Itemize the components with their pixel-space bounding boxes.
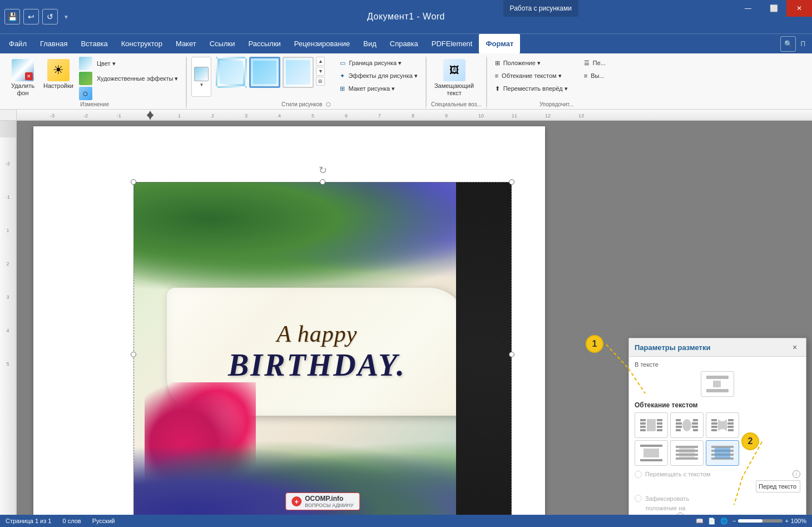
move-with-text-radio[interactable] — [635, 471, 642, 478]
styles-down-arrow[interactable]: ▼ — [316, 67, 325, 76]
menu-pdf[interactable]: PDFElement — [425, 34, 479, 53]
svg-text:6: 6 — [345, 113, 348, 119]
ruler-container: -3 -2 -1 1 2 3 4 5 6 7 8 9 10 11 12 13 — [0, 110, 812, 121]
wrap-through-icon — [710, 416, 735, 435]
menu-mailings[interactable]: Рассылки — [241, 34, 287, 53]
fix-info-icon[interactable]: i — [676, 513, 684, 515]
handle-ml[interactable] — [131, 352, 136, 357]
settings-icon: ☀ — [47, 59, 70, 81]
menu-format[interactable]: Формат — [479, 34, 520, 53]
wrap-before-text[interactable] — [706, 440, 739, 466]
quick-access-expand[interactable]: ▼ — [63, 14, 69, 20]
wrap-behind[interactable] — [670, 440, 704, 466]
menu-design[interactable]: Конструктор — [115, 34, 169, 53]
callout-badge-2: 2 — [741, 432, 759, 450]
menu-layout[interactable]: Макет — [169, 34, 203, 53]
align-button[interactable]: ≡ Вы... — [581, 70, 609, 82]
remove-bg-icon: ✕ — [12, 59, 34, 81]
minimize-button[interactable]: — — [735, 0, 761, 17]
pic-layout-button[interactable]: ⊞ Макет рисунка ▾ — [336, 82, 420, 95]
position-button[interactable]: ⊞ Положение ▾ — [492, 57, 571, 69]
callout-1-label: 1 — [592, 339, 597, 349]
svg-rect-51 — [711, 422, 717, 425]
ps-thumb-2[interactable] — [249, 57, 280, 88]
work-with-images-tab[interactable]: Работа с рисунками — [503, 0, 578, 17]
move-forward-button[interactable]: ⬆ Переместить вперёд ▾ — [492, 82, 571, 95]
wrap-square[interactable] — [635, 412, 668, 438]
panel-title: Параметры разметки — [635, 343, 710, 352]
image-container[interactable]: A happy BIRTHDAY. — [133, 182, 512, 515]
menu-help[interactable]: Справка — [383, 34, 425, 53]
wrap-options-grid — [635, 412, 800, 466]
window-controls: — ⬜ ✕ — [735, 0, 812, 17]
birthday-text: BIRTHDAY. — [228, 347, 406, 383]
pic-layout-label: Макет рисунка ▾ — [348, 85, 395, 92]
in-text-option[interactable] — [701, 371, 734, 397]
settings-button[interactable]: ☀ Настройки — [40, 57, 77, 92]
web-layout-button[interactable]: 🌐 — [720, 518, 728, 525]
redo-button[interactable]: ↺ — [42, 9, 58, 24]
wrap-topbottom[interactable] — [635, 440, 668, 466]
ps-inner-3 — [286, 60, 310, 85]
panel-button[interactable]: ☰ Пе... — [581, 57, 609, 69]
menu-review[interactable]: Рецензирование — [288, 34, 357, 53]
handle-tm[interactable] — [320, 179, 325, 185]
border-button[interactable]: ▭ Граница рисунка ▾ — [336, 57, 420, 69]
maximize-button[interactable]: ⬜ — [761, 0, 786, 17]
zoom-fill — [738, 519, 763, 523]
svg-rect-42 — [676, 419, 681, 421]
zoom-slider[interactable] — [738, 519, 783, 523]
rotate-handle[interactable]: ↻ — [319, 164, 327, 176]
styles-expand-arrow: ▼ — [199, 82, 204, 87]
pic-effects-button[interactable]: ✦ Эффекты для рисунка ▾ — [336, 70, 420, 82]
menu-view[interactable]: Вид — [357, 34, 383, 53]
svg-point-41 — [682, 419, 691, 431]
zoom-control: − + 100% — [732, 518, 806, 524]
menu-file[interactable]: Файл — [2, 34, 33, 53]
move-info-icon[interactable]: i — [793, 470, 800, 478]
before-text-input[interactable] — [756, 480, 800, 492]
alt-text-button[interactable]: 🖼 Замещающийтекст — [431, 57, 477, 99]
watermark-sub: ВОПРОСЫ АДМИНУ — [305, 503, 354, 508]
svg-rect-65 — [676, 457, 698, 460]
handle-mr[interactable] — [509, 352, 514, 357]
ps-thumb-1[interactable] — [216, 57, 247, 88]
menu-insert[interactable]: Вставка — [74, 34, 114, 53]
content-row: -2 -1 1 2 3 4 5 — [0, 121, 812, 515]
svg-rect-70 — [715, 447, 730, 459]
handle-tr[interactable] — [509, 179, 514, 185]
change-small-row3: ⬡ — [79, 87, 182, 100]
undo-button[interactable]: ↩ — [23, 9, 39, 24]
wrap-through[interactable] — [706, 412, 739, 438]
remove-bg-button[interactable]: ✕ Удалитьфон — [8, 57, 38, 99]
wrap-text-button[interactable]: ≡ Обтекание текстом ▾ — [492, 70, 571, 82]
in-text-icon — [705, 375, 730, 393]
menu-references[interactable]: Ссылки — [203, 34, 242, 53]
ps-thumb-3[interactable] — [283, 57, 314, 88]
fix-position-radio[interactable] — [635, 495, 642, 502]
color-button[interactable]: Цвет ▾ — [93, 57, 119, 70]
save-button[interactable]: 💾 — [4, 9, 20, 24]
menu-home[interactable]: Главная — [33, 34, 74, 53]
search-button[interactable]: 🔍 — [780, 36, 796, 52]
styles-expand-icon[interactable]: ⬡ — [326, 101, 331, 107]
wrap-label: Обтекание текстом ▾ — [502, 72, 562, 80]
styles-expand-button[interactable]: ▼ — [191, 57, 211, 97]
styles-up-arrow[interactable]: ▲ — [316, 57, 325, 66]
panel-body: В тексте Обтекание текстом — [629, 357, 806, 515]
svg-text:7: 7 — [378, 113, 381, 119]
close-button[interactable]: ✕ — [786, 0, 812, 17]
artistic-effects-button[interactable]: Художественные эффекты ▾ — [93, 72, 182, 85]
svg-rect-53 — [711, 429, 717, 431]
read-mode-button[interactable]: 📖 — [696, 518, 704, 525]
compress-button[interactable] — [93, 87, 100, 100]
zoom-out-button[interactable]: − — [732, 518, 736, 524]
settings-label: Настройки — [43, 82, 73, 90]
panel-close-button[interactable]: × — [789, 342, 800, 353]
handle-tl[interactable] — [131, 179, 136, 185]
styles-more-arrow[interactable]: ⊞ — [316, 77, 325, 86]
wrap-tight[interactable] — [670, 412, 704, 438]
svg-rect-32 — [647, 419, 656, 431]
print-layout-button[interactable]: 📄 — [708, 518, 716, 525]
zoom-in-button[interactable]: + — [785, 518, 788, 524]
